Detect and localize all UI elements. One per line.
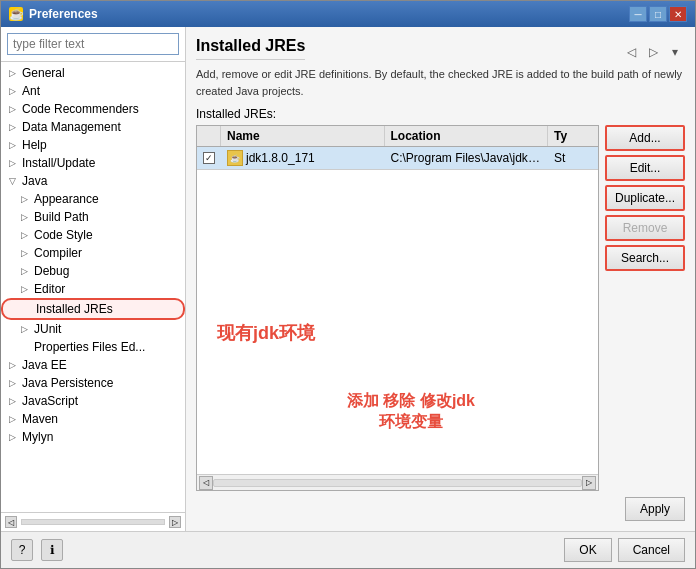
- horizontal-scrollbar: ◁ ▷: [197, 474, 598, 490]
- scroll-left-button[interactable]: ◁: [5, 516, 17, 528]
- sidebar-item-label: Editor: [34, 282, 65, 296]
- sidebar-item-debug[interactable]: ▷ Debug: [1, 262, 185, 280]
- sidebar-item-data-management[interactable]: ▷ Data Management: [1, 118, 185, 136]
- sidebar-item-javascript[interactable]: ▷ JavaScript: [1, 392, 185, 410]
- row-type-cell: St: [548, 148, 598, 168]
- expand-arrow: ▷: [21, 230, 31, 240]
- search-button[interactable]: Search...: [605, 245, 685, 271]
- scroll-right-button[interactable]: ▷: [169, 516, 181, 528]
- sidebar-item-properties-files[interactable]: Properties Files Ed...: [1, 338, 185, 356]
- scrollbar-track: [213, 479, 582, 487]
- expand-arrow: ▽: [9, 176, 19, 186]
- sidebar-item-label: Mylyn: [22, 430, 53, 444]
- row-checkbox-cell: ✓: [197, 149, 221, 167]
- sidebar-item-java[interactable]: ▽ Java: [1, 172, 185, 190]
- search-input[interactable]: [7, 33, 179, 55]
- jre-icon: ☕: [227, 150, 243, 166]
- sidebar-item-appearance[interactable]: ▷ Appearance: [1, 190, 185, 208]
- sidebar-item-label: JUnit: [34, 322, 61, 336]
- expand-arrow: ▷: [9, 122, 19, 132]
- scroll-left-btn[interactable]: ◁: [199, 476, 213, 490]
- bottom-bar: ? ℹ OK Cancel: [1, 531, 695, 568]
- expand-arrow: ▷: [9, 104, 19, 114]
- expand-arrow: ▷: [9, 86, 19, 96]
- sidebar-item-editor[interactable]: ▷ Editor: [1, 280, 185, 298]
- sidebar-item-label: Code Style: [34, 228, 93, 242]
- right-buttons: Add... Edit... Duplicate... Remove Searc…: [605, 125, 685, 491]
- sidebar-item-mylyn[interactable]: ▷ Mylyn: [1, 428, 185, 446]
- sidebar-item-label: Appearance: [34, 192, 99, 206]
- nav-buttons: ◁ ▷ ▾: [621, 42, 685, 62]
- sidebar-item-label: Java EE: [22, 358, 67, 372]
- expand-arrow: ▷: [21, 248, 31, 258]
- sidebar-item-installed-jres[interactable]: Installed JREs: [1, 298, 185, 320]
- add-button[interactable]: Add...: [605, 125, 685, 151]
- sidebar-item-compiler[interactable]: ▷ Compiler: [1, 244, 185, 262]
- sidebar-item-label: Maven: [22, 412, 58, 426]
- sidebar-item-junit[interactable]: ▷ JUnit: [1, 320, 185, 338]
- preferences-window: ☕ Preferences ─ □ ✕ ▷ General ▷ Ant: [0, 0, 696, 569]
- main-content: ▷ General ▷ Ant ▷ Code Recommenders ▷ Da…: [1, 27, 695, 531]
- annotation-area: 现有jdk环境 添加 移除 修改jdk 环境变量: [197, 311, 598, 475]
- col-name: Name: [221, 126, 385, 146]
- sidebar-item-maven[interactable]: ▷ Maven: [1, 410, 185, 428]
- sidebar-item-code-recommenders[interactable]: ▷ Code Recommenders: [1, 100, 185, 118]
- nav-dropdown-button[interactable]: ▾: [665, 42, 685, 62]
- col-location: Location: [385, 126, 549, 146]
- sidebar-item-label: Code Recommenders: [22, 102, 139, 116]
- expand-arrow: ▷: [21, 194, 31, 204]
- expand-arrow: ▷: [9, 414, 19, 424]
- sidebar-item-java-ee[interactable]: ▷ Java EE: [1, 356, 185, 374]
- sidebar-item-ant[interactable]: ▷ Ant: [1, 82, 185, 100]
- tree: ▷ General ▷ Ant ▷ Code Recommenders ▷ Da…: [1, 62, 185, 512]
- panel-description: Add, remove or edit JRE definitions. By …: [196, 66, 685, 99]
- col-type: Ty: [548, 126, 598, 146]
- col-check: [197, 126, 221, 146]
- row-location-cell: C:\Program Files\Java\jdk1.8.0_...: [385, 148, 549, 168]
- info-button[interactable]: ℹ: [41, 539, 63, 561]
- close-button[interactable]: ✕: [669, 6, 687, 22]
- sidebar-item-label: Java Persistence: [22, 376, 113, 390]
- expand-arrow: ▷: [9, 360, 19, 370]
- expand-arrow: ▷: [9, 378, 19, 388]
- nav-forward-button[interactable]: ▷: [643, 42, 663, 62]
- remove-button[interactable]: Remove: [605, 215, 685, 241]
- panel-header: Installed JREs ◁ ▷ ▾: [196, 37, 685, 66]
- section-title: Installed JREs:: [196, 107, 685, 121]
- sidebar-scrollbar: ◁ ▷: [1, 512, 185, 531]
- title-controls: ─ □ ✕: [629, 6, 687, 22]
- duplicate-button[interactable]: Duplicate...: [605, 185, 685, 211]
- main-panel: Installed JREs ◁ ▷ ▾ Add, remove or edit…: [186, 27, 695, 531]
- edit-button[interactable]: Edit...: [605, 155, 685, 181]
- sidebar-item-label: Compiler: [34, 246, 82, 260]
- table-header: Name Location Ty: [197, 126, 598, 147]
- sidebar-item-general[interactable]: ▷ General: [1, 64, 185, 82]
- sidebar-item-help[interactable]: ▷ Help: [1, 136, 185, 154]
- ok-button[interactable]: OK: [564, 538, 611, 562]
- expand-arrow: ▷: [9, 140, 19, 150]
- panel-footer: Apply: [196, 497, 685, 521]
- panel-title: Installed JREs: [196, 37, 305, 60]
- table-row[interactable]: ✓ ☕ jdk1.8.0_171 C:\Program Files\Java\j…: [197, 147, 598, 170]
- minimize-button[interactable]: ─: [629, 6, 647, 22]
- annotation-2: 添加 移除 修改jdk 环境变量: [347, 391, 475, 433]
- title-bar: ☕ Preferences ─ □ ✕: [1, 1, 695, 27]
- scroll-right-btn[interactable]: ▷: [582, 476, 596, 490]
- expand-arrow: ▷: [21, 212, 31, 222]
- sidebar-item-install-update[interactable]: ▷ Install/Update: [1, 154, 185, 172]
- sidebar-item-java-persistence[interactable]: ▷ Java Persistence: [1, 374, 185, 392]
- window-icon: ☕: [9, 7, 23, 21]
- jre-name: jdk1.8.0_171: [246, 151, 315, 165]
- window-title: Preferences: [29, 7, 98, 21]
- sidebar-item-build-path[interactable]: ▷ Build Path: [1, 208, 185, 226]
- bottom-icons: ? ℹ: [11, 539, 63, 561]
- sidebar-item-code-style[interactable]: ▷ Code Style: [1, 226, 185, 244]
- apply-button[interactable]: Apply: [625, 497, 685, 521]
- help-button[interactable]: ?: [11, 539, 33, 561]
- cancel-button[interactable]: Cancel: [618, 538, 685, 562]
- maximize-button[interactable]: □: [649, 6, 667, 22]
- nav-back-button[interactable]: ◁: [621, 42, 641, 62]
- jre-checkbox[interactable]: ✓: [203, 152, 215, 164]
- sidebar-item-label: Debug: [34, 264, 69, 278]
- search-box: [1, 27, 185, 62]
